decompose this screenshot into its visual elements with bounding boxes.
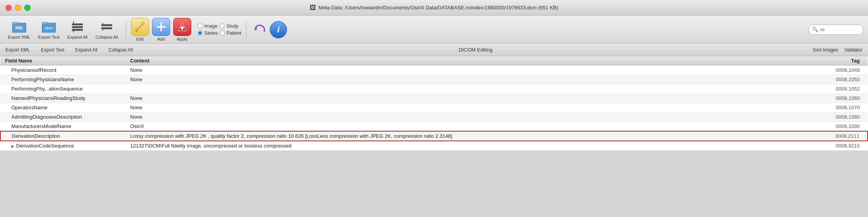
collapse-all-icon <box>100 20 114 34</box>
radio-series-label: Series <box>204 30 218 36</box>
export-text-text-button[interactable]: Export Text <box>36 46 70 53</box>
col-content-header: Content <box>126 56 821 66</box>
content-cell: None <box>126 66 821 75</box>
field-cell: PerformingPhysiciansName <box>0 75 126 84</box>
tag-cell: 0008,1080 <box>821 112 868 122</box>
radio-patient-label: Patient <box>227 30 241 36</box>
right-toolbar: 🔍 <box>809 25 863 35</box>
maximize-button[interactable] <box>24 5 30 11</box>
content-cell: None <box>126 112 821 122</box>
content-cell: None <box>126 103 821 112</box>
content-cell: Lossy compression with JPEG 2K , quality… <box>126 131 821 141</box>
table-row: ManufacturersModelNameOsiriX0008,1090 <box>0 122 868 132</box>
expand-all-text-button[interactable]: Expand All <box>70 46 103 53</box>
tag-cell: 0008,1090 <box>821 122 868 132</box>
collapse-all-label: Collapse All <box>95 35 118 39</box>
metadata-table: Field Name Content Tag PhysiciansofRecor… <box>0 56 868 151</box>
field-cell: PerformingPhy...ationSequence <box>0 84 126 94</box>
export-xml-button[interactable]: XML Export XML <box>5 18 33 41</box>
svg-text:XML: XML <box>15 26 23 30</box>
svg-marker-27 <box>254 27 257 31</box>
action-bar-center: DICOM Editing <box>138 47 813 53</box>
traffic-lights <box>5 5 30 11</box>
close-button[interactable] <box>5 5 12 11</box>
radio-study[interactable] <box>219 23 224 28</box>
window-icon: 🖼 <box>310 4 316 11</box>
collapse-all-button[interactable]: Collapse All <box>92 18 121 41</box>
apply-button[interactable] <box>173 18 191 36</box>
svg-marker-16 <box>102 29 104 30</box>
svg-line-19 <box>137 25 142 30</box>
svg-rect-1 <box>12 22 18 24</box>
svg-rect-4 <box>42 22 47 24</box>
field-cell: ManufacturersModelName <box>0 122 126 132</box>
undo-button[interactable] <box>251 21 268 38</box>
edit-label: Edit <box>136 37 143 41</box>
radio-image-label: Image <box>204 23 217 29</box>
separator-1 <box>126 20 126 39</box>
minimize-button[interactable] <box>15 5 21 11</box>
svg-marker-15 <box>102 23 104 24</box>
tag-cell: 0008,1052 <box>821 84 868 94</box>
export-xml-text-button[interactable]: Export XML <box>0 46 36 53</box>
field-cell: AdmittingDiagnosesDescription <box>0 112 126 122</box>
radio-series[interactable] <box>197 30 203 36</box>
content-cell: 121327\DCM\Full fidelity image, uncompre… <box>126 141 821 151</box>
tag-cell: 0008,1070 <box>821 103 868 112</box>
svg-marker-10 <box>73 22 74 23</box>
add-button[interactable] <box>152 18 170 36</box>
field-cell: ▶DerivationCodeSequence <box>0 141 126 151</box>
separator-2 <box>246 20 246 39</box>
tag-cell: 0008,1048 <box>821 66 868 75</box>
content-cell: OsiriX <box>126 122 821 132</box>
collapse-all-text-button[interactable]: Collapse All <box>103 46 138 53</box>
table-row: ▶DerivationCodeSequence121327\DCM\Full f… <box>0 141 868 151</box>
radio-patient[interactable] <box>220 30 225 36</box>
content-cell: None <box>126 75 821 84</box>
radio-image[interactable] <box>197 23 203 28</box>
radio-study-label: Study <box>226 23 239 29</box>
toolbar: XML Export XML TEXT Export Text <box>0 16 868 44</box>
validator-button[interactable]: Validator <box>845 47 863 53</box>
svg-rect-14 <box>101 27 112 29</box>
table-header-row: Field Name Content Tag <box>0 56 868 66</box>
sort-images-button[interactable]: Sort Images <box>813 47 838 53</box>
tag-cell: 0008,2111 <box>821 131 868 141</box>
export-text-button[interactable]: TEXT Export Text <box>35 18 63 41</box>
content-cell <box>126 84 821 94</box>
add-label: Add <box>157 37 165 41</box>
table-body: PhysiciansofRecordNone0008,1048Performin… <box>0 66 868 151</box>
svg-text:TEXT: TEXT <box>45 27 53 30</box>
action-bar: Export XML Export Text Expand All Collap… <box>0 44 868 56</box>
export-xml-icon: XML <box>12 20 26 34</box>
table-row: PerformingPhysiciansNameNone0008,1050 <box>0 75 868 84</box>
window-title: 🖼 Meta-Data: /Users/howardm/Documents/Os… <box>310 4 558 11</box>
field-cell: OperatorsName <box>0 103 126 112</box>
dicom-editing-label: DICOM Editing <box>459 47 493 53</box>
tag-cell: 0008,1050 <box>821 75 868 84</box>
search-icon: 🔍 <box>812 27 818 32</box>
export-text-icon: TEXT <box>42 20 56 34</box>
action-bar-right: Sort Images Validator <box>813 47 868 53</box>
table-row: OperatorsNameNone0008,1070 <box>0 103 868 112</box>
edit-button[interactable] <box>131 18 149 36</box>
svg-rect-6 <box>72 23 83 25</box>
search-input[interactable] <box>820 27 860 32</box>
expand-all-label: Expand All <box>67 35 88 39</box>
radio-group: Image Study Series Patient <box>197 23 241 36</box>
content-cell: None <box>126 94 821 103</box>
info-button[interactable]: i <box>270 21 287 38</box>
search-box: 🔍 <box>809 25 863 35</box>
table-container: Field Name Content Tag PhysiciansofRecor… <box>0 56 868 151</box>
col-field-header: Field Name <box>0 56 126 66</box>
table-row: PhysiciansofRecordNone0008,1048 <box>0 66 868 75</box>
svg-rect-13 <box>101 24 112 26</box>
table-row: AdmittingDiagnosesDescriptionNone0008,10… <box>0 112 868 122</box>
expand-arrow-icon[interactable]: ▶ <box>11 144 14 148</box>
title-bar: 🖼 Meta-Data: /Users/howardm/Documents/Os… <box>0 0 868 16</box>
field-cell: PhysiciansofRecord <box>0 66 126 75</box>
expand-all-button[interactable]: Expand All <box>64 18 91 41</box>
svg-rect-7 <box>72 26 83 28</box>
expand-all-icon <box>70 20 84 34</box>
table-row: NameofPhysiciansReadingStudyNone0008,106… <box>0 94 868 103</box>
